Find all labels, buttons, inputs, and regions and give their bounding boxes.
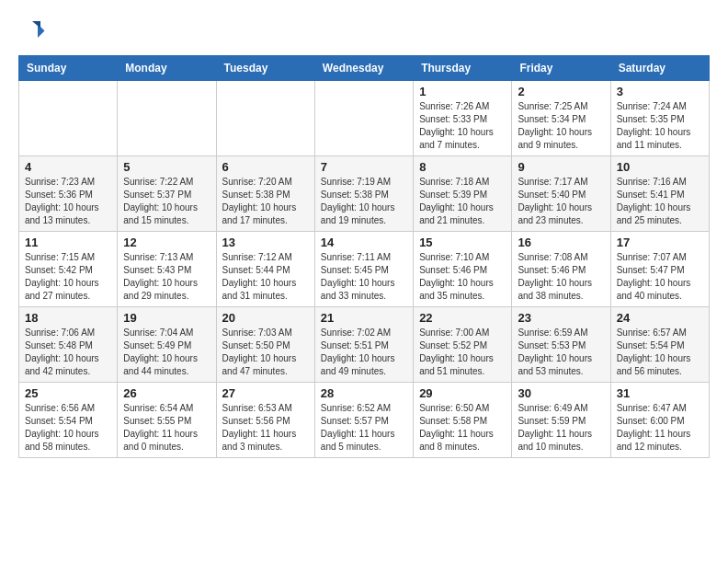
day-number: 31 bbox=[617, 386, 703, 400]
day-number: 12 bbox=[123, 236, 210, 249]
day-header-wednesday: Wednesday bbox=[314, 56, 413, 81]
day-number: 25 bbox=[25, 386, 111, 400]
calendar-cell: 28Sunrise: 6:52 AMSunset: 5:57 PMDayligh… bbox=[314, 383, 413, 458]
day-number: 13 bbox=[222, 236, 309, 249]
calendar-week-row: 25Sunrise: 6:56 AMSunset: 5:54 PMDayligh… bbox=[19, 383, 710, 458]
day-number: 1 bbox=[419, 85, 506, 98]
day-number: 6 bbox=[222, 160, 309, 174]
logo bbox=[18, 18, 50, 46]
day-info: Sunrise: 6:50 AMSunset: 5:58 PMDaylight:… bbox=[419, 402, 506, 454]
day-info: Sunrise: 7:16 AMSunset: 5:41 PMDaylight:… bbox=[617, 176, 703, 227]
day-number: 29 bbox=[419, 386, 506, 400]
calendar-cell: 30Sunrise: 6:49 AMSunset: 5:59 PMDayligh… bbox=[512, 383, 610, 458]
calendar-cell: 16Sunrise: 7:08 AMSunset: 5:46 PMDayligh… bbox=[512, 232, 610, 307]
day-header-monday: Monday bbox=[118, 56, 216, 81]
calendar-cell: 26Sunrise: 6:54 AMSunset: 5:55 PMDayligh… bbox=[118, 383, 216, 458]
calendar-cell: 9Sunrise: 7:17 AMSunset: 5:40 PMDaylight… bbox=[512, 156, 610, 232]
day-number: 26 bbox=[123, 386, 210, 400]
calendar-cell: 11Sunrise: 7:15 AMSunset: 5:42 PMDayligh… bbox=[19, 232, 118, 307]
calendar-cell: 4Sunrise: 7:23 AMSunset: 5:36 PMDaylight… bbox=[19, 156, 118, 232]
calendar-week-row: 1Sunrise: 7:26 AMSunset: 5:33 PMDaylight… bbox=[19, 81, 710, 156]
calendar-cell: 6Sunrise: 7:20 AMSunset: 5:38 PMDaylight… bbox=[216, 156, 314, 232]
calendar: SundayMondayTuesdayWednesdayThursdayFrid… bbox=[18, 55, 710, 458]
day-header-friday: Friday bbox=[512, 56, 610, 81]
page-header bbox=[18, 18, 710, 46]
day-info: Sunrise: 7:03 AMSunset: 5:50 PMDaylight:… bbox=[222, 327, 309, 378]
day-number: 16 bbox=[518, 236, 604, 249]
calendar-cell bbox=[314, 81, 413, 156]
calendar-week-row: 4Sunrise: 7:23 AMSunset: 5:36 PMDaylight… bbox=[19, 156, 710, 232]
day-number: 7 bbox=[321, 160, 407, 174]
calendar-week-row: 18Sunrise: 7:06 AMSunset: 5:48 PMDayligh… bbox=[19, 307, 710, 383]
calendar-cell: 1Sunrise: 7:26 AMSunset: 5:33 PMDaylight… bbox=[414, 81, 512, 156]
day-number: 2 bbox=[518, 85, 604, 98]
calendar-cell: 14Sunrise: 7:11 AMSunset: 5:45 PMDayligh… bbox=[314, 232, 413, 307]
calendar-cell: 10Sunrise: 7:16 AMSunset: 5:41 PMDayligh… bbox=[610, 156, 709, 232]
day-info: Sunrise: 6:53 AMSunset: 5:56 PMDaylight:… bbox=[222, 402, 309, 454]
day-number: 20 bbox=[222, 311, 309, 325]
day-info: Sunrise: 7:11 AMSunset: 5:45 PMDaylight:… bbox=[321, 251, 407, 303]
calendar-cell: 17Sunrise: 7:07 AMSunset: 5:47 PMDayligh… bbox=[610, 232, 709, 307]
day-info: Sunrise: 7:22 AMSunset: 5:37 PMDaylight:… bbox=[123, 176, 210, 227]
day-number: 23 bbox=[518, 311, 604, 325]
day-header-sunday: Sunday bbox=[19, 56, 118, 81]
day-number: 22 bbox=[419, 311, 506, 325]
day-number: 17 bbox=[617, 236, 703, 249]
day-info: Sunrise: 6:59 AMSunset: 5:53 PMDaylight:… bbox=[518, 327, 604, 378]
day-number: 19 bbox=[123, 311, 210, 325]
day-number: 3 bbox=[617, 85, 703, 98]
calendar-cell: 19Sunrise: 7:04 AMSunset: 5:49 PMDayligh… bbox=[118, 307, 216, 383]
day-info: Sunrise: 7:07 AMSunset: 5:47 PMDaylight:… bbox=[617, 251, 703, 303]
day-number: 28 bbox=[321, 386, 407, 400]
day-info: Sunrise: 7:24 AMSunset: 5:35 PMDaylight:… bbox=[617, 100, 703, 152]
calendar-cell: 15Sunrise: 7:10 AMSunset: 5:46 PMDayligh… bbox=[414, 232, 512, 307]
day-info: Sunrise: 7:04 AMSunset: 5:49 PMDaylight:… bbox=[123, 327, 210, 378]
day-info: Sunrise: 7:17 AMSunset: 5:40 PMDaylight:… bbox=[518, 176, 604, 227]
day-info: Sunrise: 7:18 AMSunset: 5:39 PMDaylight:… bbox=[419, 176, 506, 227]
day-info: Sunrise: 6:47 AMSunset: 6:00 PMDaylight:… bbox=[617, 402, 703, 454]
calendar-cell: 25Sunrise: 6:56 AMSunset: 5:54 PMDayligh… bbox=[19, 383, 118, 458]
day-info: Sunrise: 7:13 AMSunset: 5:43 PMDaylight:… bbox=[123, 251, 210, 303]
calendar-cell: 27Sunrise: 6:53 AMSunset: 5:56 PMDayligh… bbox=[216, 383, 314, 458]
day-info: Sunrise: 7:10 AMSunset: 5:46 PMDaylight:… bbox=[419, 251, 506, 303]
day-info: Sunrise: 7:08 AMSunset: 5:46 PMDaylight:… bbox=[518, 251, 604, 303]
calendar-cell: 8Sunrise: 7:18 AMSunset: 5:39 PMDaylight… bbox=[414, 156, 512, 232]
svg-marker-1 bbox=[32, 21, 40, 29]
day-info: Sunrise: 7:06 AMSunset: 5:48 PMDaylight:… bbox=[25, 327, 111, 378]
calendar-cell bbox=[118, 81, 216, 156]
calendar-cell: 21Sunrise: 7:02 AMSunset: 5:51 PMDayligh… bbox=[314, 307, 413, 383]
calendar-cell: 12Sunrise: 7:13 AMSunset: 5:43 PMDayligh… bbox=[118, 232, 216, 307]
day-info: Sunrise: 7:15 AMSunset: 5:42 PMDaylight:… bbox=[25, 251, 111, 303]
day-number: 5 bbox=[123, 160, 210, 174]
calendar-cell: 2Sunrise: 7:25 AMSunset: 5:34 PMDaylight… bbox=[512, 81, 610, 156]
calendar-cell: 31Sunrise: 6:47 AMSunset: 6:00 PMDayligh… bbox=[610, 383, 709, 458]
day-number: 11 bbox=[25, 236, 111, 249]
calendar-cell: 3Sunrise: 7:24 AMSunset: 5:35 PMDaylight… bbox=[610, 81, 709, 156]
calendar-header-row: SundayMondayTuesdayWednesdayThursdayFrid… bbox=[19, 56, 710, 81]
day-number: 30 bbox=[518, 386, 604, 400]
day-number: 21 bbox=[321, 311, 407, 325]
day-info: Sunrise: 7:20 AMSunset: 5:38 PMDaylight:… bbox=[222, 176, 309, 227]
day-info: Sunrise: 6:54 AMSunset: 5:55 PMDaylight:… bbox=[123, 402, 210, 454]
calendar-cell: 18Sunrise: 7:06 AMSunset: 5:48 PMDayligh… bbox=[19, 307, 118, 383]
day-number: 8 bbox=[419, 160, 506, 174]
calendar-cell: 24Sunrise: 6:57 AMSunset: 5:54 PMDayligh… bbox=[610, 307, 709, 383]
day-info: Sunrise: 7:19 AMSunset: 5:38 PMDaylight:… bbox=[321, 176, 407, 227]
day-header-saturday: Saturday bbox=[610, 56, 709, 81]
calendar-cell: 13Sunrise: 7:12 AMSunset: 5:44 PMDayligh… bbox=[216, 232, 314, 307]
calendar-week-row: 11Sunrise: 7:15 AMSunset: 5:42 PMDayligh… bbox=[19, 232, 710, 307]
day-number: 15 bbox=[419, 236, 506, 249]
calendar-cell: 7Sunrise: 7:19 AMSunset: 5:38 PMDaylight… bbox=[314, 156, 413, 232]
day-info: Sunrise: 7:12 AMSunset: 5:44 PMDaylight:… bbox=[222, 251, 309, 303]
day-info: Sunrise: 7:25 AMSunset: 5:34 PMDaylight:… bbox=[518, 100, 604, 152]
day-number: 27 bbox=[222, 386, 309, 400]
day-number: 24 bbox=[617, 311, 703, 325]
calendar-cell: 20Sunrise: 7:03 AMSunset: 5:50 PMDayligh… bbox=[216, 307, 314, 383]
day-header-thursday: Thursday bbox=[414, 56, 512, 81]
day-info: Sunrise: 7:26 AMSunset: 5:33 PMDaylight:… bbox=[419, 100, 506, 152]
logo-icon bbox=[18, 18, 46, 46]
day-number: 18 bbox=[25, 311, 111, 325]
calendar-cell: 23Sunrise: 6:59 AMSunset: 5:53 PMDayligh… bbox=[512, 307, 610, 383]
calendar-cell bbox=[216, 81, 314, 156]
calendar-cell: 29Sunrise: 6:50 AMSunset: 5:58 PMDayligh… bbox=[414, 383, 512, 458]
